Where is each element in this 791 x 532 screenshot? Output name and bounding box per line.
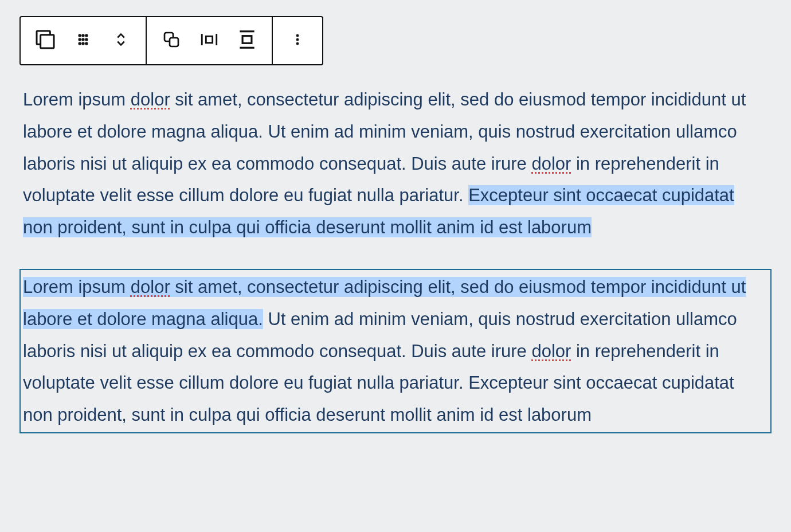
toolbar-group-3 bbox=[272, 17, 322, 64]
text-run: Lorem ipsum bbox=[23, 89, 131, 109]
full-width-icon bbox=[236, 29, 258, 53]
block-type-button[interactable] bbox=[26, 17, 64, 64]
svg-rect-17 bbox=[242, 36, 252, 44]
svg-point-21 bbox=[296, 42, 299, 45]
svg-point-2 bbox=[79, 34, 81, 37]
svg-point-10 bbox=[85, 42, 88, 45]
move-up-down-button[interactable] bbox=[102, 17, 140, 64]
editor-canvas: Lorem ipsum dolor sit amet, consectetur … bbox=[0, 0, 791, 449]
paragraph-block-1[interactable]: Lorem ipsum dolor sit amet, consectetur … bbox=[19, 81, 772, 246]
toolbar-group-1 bbox=[21, 17, 146, 64]
spellcheck-word: dolor bbox=[131, 89, 170, 109]
svg-point-20 bbox=[296, 38, 299, 41]
svg-point-4 bbox=[85, 34, 88, 37]
chevron-up-down-icon bbox=[113, 28, 129, 53]
spellcheck-word: dolor bbox=[531, 154, 571, 174]
svg-point-3 bbox=[82, 34, 84, 37]
full-width-button[interactable] bbox=[228, 17, 266, 64]
paragraph-block-2[interactable]: Lorem ipsum dolor sit amet, consectetur … bbox=[19, 269, 772, 433]
wide-width-icon bbox=[198, 30, 220, 52]
svg-point-5 bbox=[79, 38, 81, 41]
transform-button[interactable] bbox=[152, 17, 190, 64]
svg-point-8 bbox=[79, 42, 81, 45]
svg-point-19 bbox=[296, 34, 299, 37]
dots-vertical-icon bbox=[291, 29, 304, 52]
svg-point-9 bbox=[82, 42, 84, 45]
svg-rect-12 bbox=[170, 38, 178, 46]
selected-spellcheck-word: dolor bbox=[131, 277, 170, 297]
svg-rect-1 bbox=[41, 35, 54, 48]
svg-point-7 bbox=[85, 38, 88, 41]
svg-point-6 bbox=[82, 38, 84, 41]
spellcheck-word: dolor bbox=[531, 341, 571, 361]
block-toolbar bbox=[19, 16, 323, 65]
transform-icon bbox=[161, 29, 182, 52]
paragraph-block-icon bbox=[34, 28, 57, 53]
wide-width-button[interactable] bbox=[190, 17, 228, 64]
more-options-button[interactable] bbox=[279, 17, 316, 64]
drag-handle-button[interactable] bbox=[64, 17, 102, 64]
svg-rect-15 bbox=[206, 36, 212, 42]
selected-text: Lorem ipsum bbox=[23, 277, 131, 297]
toolbar-group-2 bbox=[146, 17, 272, 64]
drag-handle-icon bbox=[75, 32, 91, 50]
